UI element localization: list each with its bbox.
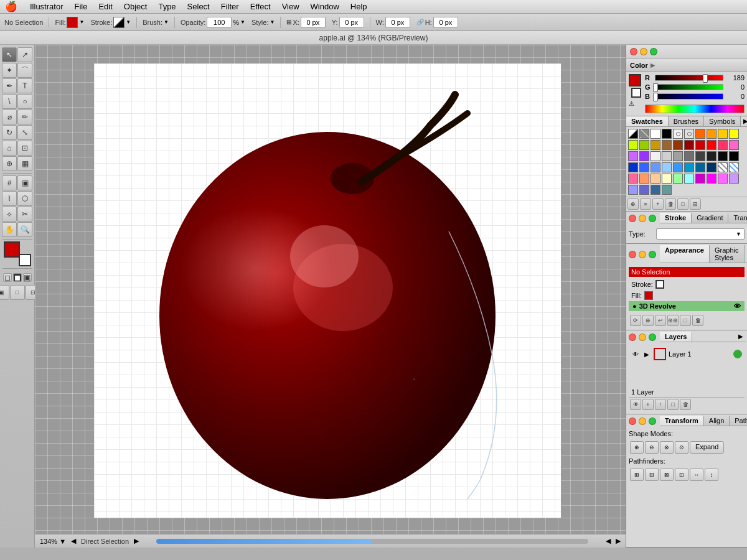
menu-file[interactable]: File — [69, 1, 92, 12]
layers-tool-1[interactable]: 👁 — [630, 399, 641, 410]
type-arrow[interactable]: ▼ — [736, 231, 741, 237]
swatch-magenta[interactable] — [695, 174, 705, 184]
menu-illustrator[interactable]: Illustrator — [25, 1, 68, 12]
fill-appearance-swatch[interactable] — [644, 291, 653, 300]
swatch-yellow[interactable] — [718, 129, 728, 139]
menu-help[interactable]: Help — [345, 1, 372, 12]
brush-dropdown[interactable]: ▼ — [164, 19, 169, 25]
layers-tool-2[interactable]: + — [642, 399, 654, 410]
swatch-gray-3[interactable] — [673, 151, 683, 161]
swatch-dark-brown[interactable] — [673, 140, 683, 150]
ellipse-tool[interactable]: ○ — [17, 94, 32, 109]
swatch-gray-6[interactable] — [707, 151, 716, 161]
tab-layers[interactable]: Layers — [660, 332, 692, 342]
swatch-pink-red[interactable] — [718, 140, 728, 150]
app-tool-3[interactable]: ↩ — [655, 315, 666, 326]
swatch-green-yellow[interactable] — [639, 140, 649, 150]
swatch-gray-5[interactable] — [695, 151, 705, 161]
paint-bucket-tool[interactable]: ⬡ — [17, 191, 32, 206]
opacity-input[interactable] — [207, 17, 232, 28]
app-tool-5[interactable]: □ — [680, 315, 691, 326]
menu-select[interactable]: Select — [182, 1, 215, 12]
transform-min[interactable] — [639, 418, 646, 425]
swatch-violet[interactable] — [639, 151, 649, 161]
swatch-pattern-2[interactable] — [729, 162, 739, 172]
menu-view[interactable]: View — [277, 1, 304, 12]
fill-color-box[interactable] — [4, 241, 20, 258]
tab-gradient[interactable]: Gradient — [692, 213, 728, 223]
swatch-gray-2[interactable] — [662, 151, 672, 161]
menu-filter[interactable]: Filter — [216, 1, 244, 12]
layers-tool-4[interactable]: □ — [667, 399, 679, 410]
w-input[interactable] — [385, 17, 410, 28]
stroke-dropdown[interactable]: ▼ — [126, 19, 131, 25]
swatch-gold[interactable] — [651, 140, 660, 150]
swatch-gray-1[interactable] — [651, 151, 660, 161]
swatch-steel-blue[interactable] — [651, 185, 660, 195]
swatch-light-fuchsia[interactable] — [718, 174, 728, 184]
swatch-teal[interactable] — [684, 162, 694, 172]
style-dropdown[interactable]: ▼ — [270, 19, 275, 25]
swatch-peach[interactable] — [651, 174, 660, 184]
shape-mode-4[interactable]: ⊙ — [675, 441, 688, 454]
stroke-max[interactable] — [649, 215, 656, 222]
swatch-blue[interactable] — [639, 162, 649, 172]
swatch-view-btn[interactable]: ⊟ — [690, 198, 701, 210]
lasso-tool[interactable]: ⌒ — [17, 63, 32, 78]
swatch-lavender[interactable] — [729, 174, 739, 184]
paintbrush-tool[interactable]: ⌀ — [2, 110, 17, 124]
swatch-gray-7[interactable] — [718, 151, 728, 161]
swatch-navy[interactable] — [707, 162, 716, 172]
line-tool[interactable]: \ — [2, 94, 17, 109]
stroke-swatch[interactable] — [113, 17, 125, 28]
menu-window[interactable]: Window — [306, 1, 344, 12]
maximize-btn[interactable] — [650, 48, 657, 55]
full-screen-mode-btn[interactable]: □ — [10, 285, 25, 300]
eyedropper-tool[interactable]: ⌇ — [2, 191, 17, 206]
tab-stroke[interactable]: Stroke — [660, 213, 692, 223]
hand-tool[interactable]: ✋ — [2, 222, 17, 237]
stroke-min[interactable] — [639, 215, 646, 222]
tab-graphic-styles[interactable]: Graphic Styles — [710, 245, 745, 263]
swatch-salmon[interactable] — [639, 174, 649, 184]
app-tool-1[interactable]: ⟳ — [630, 315, 641, 326]
pencil-tool[interactable]: ✏ — [17, 110, 32, 124]
r-slider[interactable] — [655, 75, 723, 81]
rotate-tool[interactable]: ↻ — [2, 125, 17, 140]
minimize-btn[interactable] — [640, 48, 647, 55]
type-select[interactable]: ▼ — [656, 228, 745, 240]
swatch-blue-light[interactable] — [651, 162, 660, 172]
scale-tool[interactable]: ⤡ — [17, 125, 32, 140]
warp-tool[interactable]: ⌂ — [2, 141, 17, 156]
transform-max[interactable] — [649, 418, 656, 425]
swatch-registration[interactable] — [639, 129, 649, 139]
tab-transform[interactable]: Transform — [660, 416, 704, 426]
apple-menu[interactable]: 🍎 — [5, 1, 17, 12]
symbol-sprayer-tool[interactable]: ⊕ — [2, 156, 17, 171]
layers-max[interactable] — [649, 334, 656, 341]
swatch-add-btn[interactable]: + — [652, 198, 664, 210]
transform-close[interactable] — [629, 418, 636, 425]
layer-1-eye[interactable]: 👁 — [631, 350, 640, 358]
tab-pathfinder[interactable]: Pathfinder — [730, 416, 747, 426]
stroke-appearance-swatch[interactable] — [655, 280, 664, 289]
swatch-white[interactable] — [651, 129, 660, 139]
blend-tool[interactable]: ⟡ — [2, 207, 17, 222]
swatch-black[interactable] — [662, 129, 672, 139]
gradient-tool[interactable]: ▣ — [17, 175, 32, 190]
inside-mode-icon[interactable]: ▣ — [23, 273, 32, 282]
type-tool[interactable]: T — [17, 78, 32, 93]
selection-tool[interactable]: ↖ — [2, 47, 17, 62]
appearance-expand[interactable]: ▶ — [745, 245, 747, 263]
swatch-delete-btn[interactable]: 🗑 — [665, 198, 676, 210]
tab-swatches[interactable]: Swatches — [626, 116, 669, 126]
shape-mode-1[interactable]: ⊕ — [630, 441, 644, 454]
pathfinder-2[interactable]: ⊟ — [645, 469, 659, 481]
b-slider[interactable] — [655, 93, 723, 100]
stroke-color-box[interactable] — [19, 254, 31, 266]
opacity-dropdown[interactable]: ▼ — [240, 19, 245, 25]
app-tool-2[interactable]: ⊗ — [642, 315, 654, 326]
mesh-tool[interactable]: # — [2, 175, 17, 190]
zoom-tool[interactable]: 🔍 — [17, 222, 32, 237]
swatch-aqua[interactable] — [684, 174, 694, 184]
